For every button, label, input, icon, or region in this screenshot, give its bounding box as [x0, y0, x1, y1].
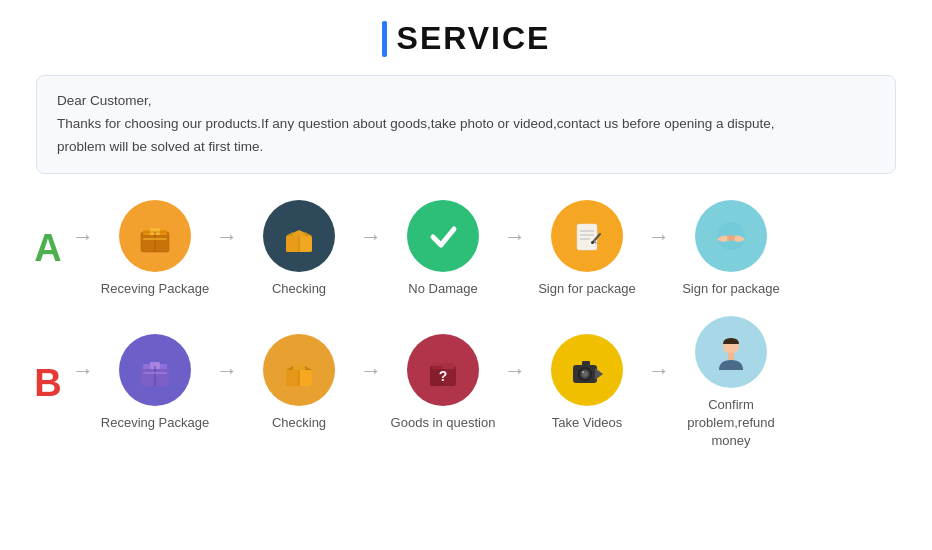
- svg-point-20: [591, 241, 594, 244]
- svg-rect-13: [577, 224, 597, 250]
- arrow-a4: →: [648, 224, 670, 274]
- step-a1-icon: [119, 200, 191, 272]
- arrow-a2: →: [360, 224, 382, 274]
- svg-rect-47: [728, 353, 734, 360]
- svg-point-43: [582, 371, 584, 373]
- step-a2: Checking: [244, 200, 354, 298]
- step-b4: Take Videos: [532, 334, 642, 432]
- svg-point-22: [727, 235, 735, 241]
- title-bar-decoration: [382, 21, 387, 57]
- flow-section-a: A → Receving Package →: [30, 200, 902, 306]
- step-a4-label: Sign for package: [538, 280, 636, 298]
- arrow-a0: →: [72, 224, 94, 274]
- arrow-a1: →: [216, 224, 238, 274]
- page-title: SERVICE: [397, 20, 551, 57]
- svg-marker-30: [286, 366, 293, 370]
- step-a2-label: Checking: [272, 280, 326, 298]
- step-b5-icon: [695, 316, 767, 388]
- arrow-b0: →: [72, 358, 94, 408]
- step-a2-icon: [263, 200, 335, 272]
- arrow-b4: →: [648, 358, 670, 408]
- arrow-b2: →: [360, 358, 382, 408]
- notice-line2: Thanks for choosing our products.If any …: [57, 113, 875, 136]
- page-title-section: SERVICE: [382, 20, 551, 57]
- step-b1-icon: [119, 334, 191, 406]
- step-b4-label: Take Videos: [552, 414, 623, 432]
- svg-rect-12: [286, 236, 299, 252]
- step-a3-icon: [407, 200, 479, 272]
- svg-marker-31: [305, 366, 312, 370]
- step-b2-label: Checking: [272, 414, 326, 432]
- flow-row-a: A → Receving Package →: [30, 200, 902, 298]
- row-label-a: A: [30, 227, 66, 270]
- step-b3-icon: ?: [407, 334, 479, 406]
- step-b4-icon: [551, 334, 623, 406]
- step-b3-label: Goods in question: [391, 414, 496, 432]
- notice-line1: Dear Customer,: [57, 90, 875, 113]
- svg-rect-27: [143, 372, 167, 374]
- notice-line3: problem will be solved at first time.: [57, 136, 875, 159]
- step-b2-icon: [263, 334, 335, 406]
- row-label-b: B: [30, 362, 66, 405]
- step-a5-label: Sign for package: [682, 280, 780, 298]
- step-a5-icon: [695, 200, 767, 272]
- step-a3: No Damage: [388, 200, 498, 298]
- flow-row-b: B → Receving Package →: [30, 316, 902, 451]
- svg-rect-34: [286, 370, 299, 386]
- step-a4-icon: [551, 200, 623, 272]
- arrow-a3: →: [504, 224, 526, 274]
- svg-text:?: ?: [439, 368, 448, 384]
- svg-marker-9: [305, 232, 312, 236]
- step-b5-label: Confirm problem,refund money: [676, 396, 786, 451]
- step-b5: Confirm problem,refund money: [676, 316, 786, 451]
- step-b1: Receving Package: [100, 334, 210, 432]
- svg-rect-5: [143, 238, 167, 240]
- step-b2: Checking: [244, 334, 354, 432]
- step-a3-label: No Damage: [408, 280, 477, 298]
- arrow-b3: →: [504, 358, 526, 408]
- arrow-b1: →: [216, 358, 238, 408]
- step-a1-label: Receving Package: [101, 280, 209, 298]
- svg-rect-44: [582, 361, 590, 366]
- flow-section-b: B → Receving Package →: [30, 316, 902, 459]
- step-a4: Sign for package: [532, 200, 642, 298]
- svg-marker-8: [286, 232, 293, 236]
- step-b3: ? Goods in question: [388, 334, 498, 432]
- step-a1: Receving Package: [100, 200, 210, 298]
- step-b1-label: Receving Package: [101, 414, 209, 432]
- step-a5: Sign for package: [676, 200, 786, 298]
- notice-box: Dear Customer, Thanks for choosing our p…: [36, 75, 896, 174]
- svg-marker-45: [595, 368, 603, 380]
